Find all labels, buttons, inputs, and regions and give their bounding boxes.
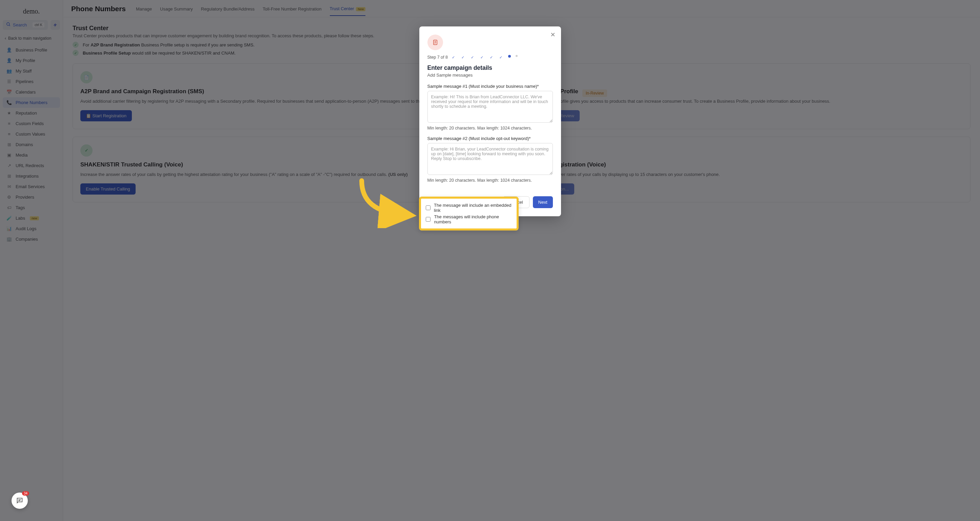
sample2-hint: Min length: 20 characters. Max length: 1…	[428, 178, 553, 183]
sample1-label: Sample message #1 (Must include your bus…	[428, 84, 553, 89]
step-indicator: Step 7 of 8	[428, 55, 448, 60]
modal-wrapper: Step 7 of 8 ✓ ✓ ✓ ✓ ✓ ✓ Enter campaign d…	[0, 0, 980, 521]
phone-numbers-checkbox[interactable]	[426, 217, 431, 222]
step-dot-done: ✓	[489, 55, 494, 60]
step-dot-done: ✓	[499, 55, 503, 60]
step-dot-current	[508, 55, 511, 58]
embedded-link-checkbox[interactable]	[426, 205, 431, 211]
step-dot-done: ✓	[480, 55, 484, 60]
step-dot-future	[515, 55, 518, 57]
sample2-label: Sample message #2 (Must include opt-out …	[428, 136, 553, 141]
chat-bubble[interactable]: 34	[11, 492, 28, 509]
step-dots: ✓ ✓ ✓ ✓ ✓ ✓	[451, 55, 518, 60]
chat-count-badge: 34	[22, 491, 29, 496]
close-button[interactable]	[550, 31, 555, 39]
modal-header-icon	[428, 35, 443, 50]
modal-subtitle: Add Sample messages	[428, 73, 553, 78]
sample1-textarea[interactable]	[428, 91, 553, 123]
annotation-highlight: The message will include an embedded lin…	[419, 197, 519, 230]
step-dot-done: ✓	[470, 55, 475, 60]
step-dot-done: ✓	[451, 55, 456, 60]
modal-title: Enter campaign details	[428, 64, 553, 71]
step-dot-done: ✓	[461, 55, 465, 60]
campaign-details-modal: Step 7 of 8 ✓ ✓ ✓ ✓ ✓ ✓ Enter campaign d…	[419, 27, 561, 216]
sample2-textarea[interactable]	[428, 143, 553, 175]
phone-numbers-label: The messages will include phone numbers	[434, 214, 512, 224]
next-button[interactable]: Next	[533, 196, 553, 208]
sample1-hint: Min length: 20 characters. Max length: 1…	[428, 126, 553, 130]
embedded-link-label: The message will include an embedded lin…	[434, 203, 512, 213]
